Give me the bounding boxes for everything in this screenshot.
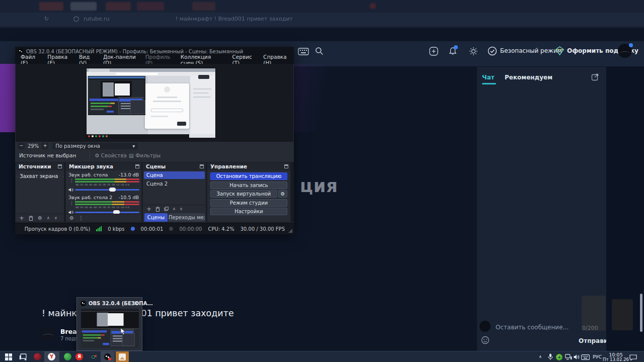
- close-icon[interactable]: ✕: [134, 300, 138, 307]
- tray-clock-date[interactable]: Пт 13.02.26: [602, 357, 630, 362]
- safe-mode-check-icon: [488, 46, 497, 56]
- stop-streaming-button[interactable]: Остановить трансляцию: [210, 172, 287, 180]
- scene-item-selected[interactable]: Сцена: [144, 171, 205, 179]
- speaker-icon[interactable]: [68, 188, 73, 192]
- studio-mode-button[interactable]: Режим студии: [210, 199, 287, 207]
- mixer-ch2-meter: [75, 201, 139, 205]
- task-view-icon[interactable]: [19, 353, 27, 360]
- tab-scenes[interactable]: Сцены: [144, 213, 168, 222]
- remove-scene-trash-icon[interactable]: [155, 207, 160, 212]
- start-virtual-camera-button[interactable]: Запуск виртуальной камеры: [210, 190, 277, 198]
- browser-tab[interactable]: [70, 2, 97, 11]
- filters-button[interactable]: ▤ Фильтры: [129, 152, 160, 158]
- theme-sun-icon[interactable]: [469, 47, 478, 56]
- tray-speaker-icon[interactable]: [574, 354, 580, 360]
- zoom-in-button[interactable]: +: [42, 143, 48, 149]
- taskbar-app-image-viewer[interactable]: [116, 351, 129, 362]
- taskbar-app-yandex-search[interactable]: Я: [75, 353, 83, 360]
- browser-tab[interactable]: [192, 2, 215, 11]
- reload-icon[interactable]: ↻: [44, 16, 49, 22]
- dock-pin-icon[interactable]: [58, 164, 62, 168]
- taskbar-app-recorder[interactable]: [90, 353, 97, 360]
- start-recording-button[interactable]: Начать запись: [210, 182, 287, 189]
- obs-status-bar: Пропуск кадров 0 (0.0%) 0 kbps 00:00:01 …: [15, 223, 294, 234]
- kebab-icon[interactable]: ⋮: [69, 178, 74, 183]
- taskbar-app-yandex-browser[interactable]: Y: [48, 353, 55, 360]
- mixer-header[interactable]: Микшер звука: [66, 162, 141, 170]
- tray-language[interactable]: РУС: [593, 354, 602, 359]
- taskbar-app-green[interactable]: [64, 353, 71, 360]
- popout-icon[interactable]: [591, 73, 599, 81]
- tray-keyboard-icon[interactable]: [581, 354, 590, 360]
- add-source-button[interactable]: +: [19, 215, 24, 222]
- chat-input[interactable]: Оставить сообщение...: [496, 324, 569, 331]
- move-up-icon[interactable]: ∧: [47, 216, 50, 220]
- move-down-icon[interactable]: ∨: [180, 207, 183, 211]
- scenes-header[interactable]: Сцены: [143, 162, 206, 170]
- browser-tab-title: ! майнкрафт ! Bread001 привет заходит: [176, 16, 293, 22]
- mixer-settings-gear-icon[interactable]: ⚙: [69, 215, 74, 221]
- taskbar-app-opera[interactable]: [34, 353, 41, 360]
- mixer-ch1-volume-slider[interactable]: [75, 189, 139, 191]
- visibility-eye-icon[interactable]: [60, 174, 60, 178]
- tray-notifications-icon[interactable]: [629, 354, 637, 360]
- controls-header[interactable]: Управление: [207, 162, 290, 170]
- mixer-ch1-scale: -60 -55 -50 -45 -40 -35 -30 -25 -20 -15 …: [75, 184, 139, 186]
- kebab-icon[interactable]: ⋮: [69, 201, 74, 206]
- search-icon[interactable]: [315, 47, 324, 55]
- source-properties-gear-icon[interactable]: ⚙: [38, 215, 42, 221]
- popup-thumbnail[interactable]: [81, 309, 139, 348]
- add-icon[interactable]: [429, 47, 438, 56]
- dock-pin-icon[interactable]: [284, 164, 288, 168]
- browser-tab[interactable]: [39, 2, 63, 11]
- obs-preview-area[interactable]: [16, 64, 293, 142]
- url-text[interactable]: rutube.ru: [84, 16, 110, 22]
- source-label: Захват экрана: [20, 173, 58, 179]
- tab-chat-underline: [482, 83, 496, 84]
- browser-tab[interactable]: [137, 2, 164, 11]
- add-scene-button[interactable]: +: [146, 206, 151, 213]
- dropped-frames: Пропуск кадров 0 (0.0%): [25, 226, 91, 232]
- keyboard-icon[interactable]: [298, 48, 309, 55]
- browser-toolbar: ↻ rutube.ru ! майнкрафт ! Bread001 приве…: [0, 13, 644, 26]
- avatar-status-dot: [629, 43, 633, 47]
- source-row-screen-capture[interactable]: Захват экрана: [17, 172, 63, 179]
- tray-network-icon[interactable]: [565, 354, 572, 360]
- stream-time: 00:00:01: [141, 226, 164, 232]
- taskbar: Y Я ∧ + РУС 10:05 Пт 13.02.26: [0, 351, 644, 362]
- virtual-camera-gear-button[interactable]: ⚙: [278, 190, 287, 198]
- dock-pin-icon[interactable]: [135, 164, 139, 168]
- move-up-icon[interactable]: ∧: [173, 207, 176, 211]
- sources-header[interactable]: Источники: [16, 162, 64, 170]
- move-down-icon[interactable]: ∨: [54, 216, 57, 220]
- gear-icon: ⚙: [95, 152, 99, 158]
- window-resize-grip[interactable]: [288, 229, 292, 233]
- emoji-icon[interactable]: [481, 336, 490, 344]
- zoom-out-button[interactable]: −: [18, 143, 25, 149]
- source-context-bar: Источник не выбран ⚙ Свойства ▤ Фильтры: [15, 150, 294, 161]
- channel-avatar[interactable]: [40, 326, 56, 341]
- fit-to-window-dropdown[interactable]: По размеру окна▾: [52, 143, 138, 149]
- browser-tab[interactable]: [106, 2, 131, 11]
- properties-button[interactable]: ⚙ Свойства: [95, 152, 127, 158]
- kebab-icon[interactable]: ⋮: [78, 215, 84, 221]
- tray-chevron-icon[interactable]: ∧: [539, 354, 542, 359]
- sources-toolbar: + ⚙ ∧ ∨: [16, 214, 64, 222]
- scene-item[interactable]: Сцена 2: [146, 181, 168, 187]
- remove-source-trash-icon[interactable]: [29, 216, 33, 221]
- taskbar-thumbnail-popup[interactable]: OBS 32.0.4 (БЕЗОПА... ✕: [76, 297, 142, 351]
- safe-mode-label[interactable]: Безопасный режим: [500, 47, 562, 54]
- tray-antivirus-icon[interactable]: +: [556, 354, 562, 360]
- duplicate-scene-icon[interactable]: [164, 207, 169, 211]
- settings-button[interactable]: Настройки: [210, 208, 287, 215]
- page-scrollbar[interactable]: [640, 294, 642, 332]
- dock-pin-icon[interactable]: [200, 164, 204, 168]
- tab-recommend[interactable]: Рекомендуем: [505, 74, 552, 81]
- tab-transitions[interactable]: Переходы меж...: [169, 213, 205, 222]
- lock-icon[interactable]: [63, 174, 63, 178]
- mixer-ch2-volume-slider[interactable]: [75, 212, 139, 213]
- monitor-icon: [17, 174, 18, 178]
- tray-microphone-icon[interactable]: [548, 353, 553, 360]
- tab-chat[interactable]: Чат: [482, 74, 495, 81]
- start-button[interactable]: [5, 353, 12, 360]
